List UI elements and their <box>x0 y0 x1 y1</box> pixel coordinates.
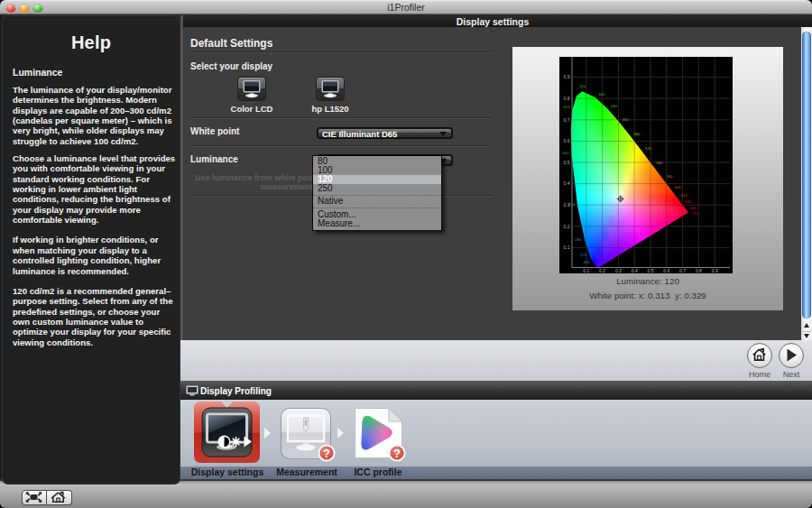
svg-text:480: 480 <box>575 237 582 242</box>
svg-text:0.9: 0.9 <box>712 268 718 273</box>
svg-text:?: ? <box>393 447 401 460</box>
svg-text:0.6: 0.6 <box>663 268 669 273</box>
svg-text:0.4: 0.4 <box>632 268 638 273</box>
svg-text:0.2: 0.2 <box>599 268 605 273</box>
svg-text:0.5: 0.5 <box>648 268 654 273</box>
svg-text:0.1: 0.1 <box>583 268 589 273</box>
svg-text:700: 700 <box>692 211 699 216</box>
svg-text:0.9: 0.9 <box>564 74 570 79</box>
svg-text:510: 510 <box>564 105 571 109</box>
svg-text:0.2: 0.2 <box>564 224 570 229</box>
svg-text:490: 490 <box>568 202 576 207</box>
svg-text:550: 550 <box>623 117 630 122</box>
svg-text:540: 540 <box>611 104 618 108</box>
svg-text:610: 610 <box>681 193 688 198</box>
svg-text:0.8: 0.8 <box>564 96 570 101</box>
svg-text:530: 530 <box>599 92 606 97</box>
svg-text:?: ? <box>323 447 330 460</box>
svg-text:560: 560 <box>633 132 641 136</box>
svg-text:0.3: 0.3 <box>615 268 622 273</box>
svg-text:470: 470 <box>580 253 587 257</box>
svg-text:620: 620 <box>685 199 692 204</box>
svg-text:0.7: 0.7 <box>679 268 686 273</box>
svg-text:0.6: 0.6 <box>564 138 570 143</box>
svg-text:0.4: 0.4 <box>564 180 570 186</box>
svg-text:0.1: 0.1 <box>564 245 570 250</box>
svg-text:500: 500 <box>563 151 570 155</box>
svg-text:460: 460 <box>584 260 591 264</box>
svg-text:0.5: 0.5 <box>564 160 570 165</box>
svg-text:0.8: 0.8 <box>696 268 702 273</box>
svg-text:640: 640 <box>689 206 697 210</box>
svg-text:570: 570 <box>645 146 652 151</box>
svg-text:580: 580 <box>656 161 663 165</box>
svg-text:0.7: 0.7 <box>564 117 570 123</box>
svg-text:600: 600 <box>675 185 682 189</box>
svg-text:590: 590 <box>666 174 673 179</box>
svg-text:520: 520 <box>579 84 586 88</box>
